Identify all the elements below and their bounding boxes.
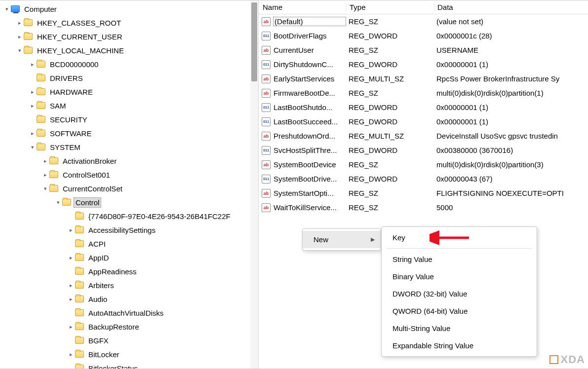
value-row[interactable]: abCurrentUserREG_SZUSERNAME: [259, 43, 588, 57]
chevron-right-icon[interactable]: [67, 227, 75, 233]
value-row[interactable]: abWaitToKillService...REG_SZ5000: [259, 200, 588, 215]
tree-node[interactable]: BackupRestore: [0, 320, 258, 333]
value-row[interactable]: 011LastBootShutdo...REG_DWORD0x00000001 …: [259, 100, 588, 114]
chevron-down-icon[interactable]: [54, 199, 62, 206]
chevron-right-icon[interactable]: [16, 34, 24, 40]
menu-item-new[interactable]: New ▶: [303, 231, 381, 248]
chevron-right-icon[interactable]: [67, 324, 75, 330]
header-data[interactable]: Data: [434, 3, 588, 11]
tree-node-label: {7746D80F-97E0-4E26-9543-26B41FC22F: [87, 212, 232, 221]
value-type: REG_DWORD: [346, 175, 433, 183]
value-row[interactable]: abSystemBootDeviceREG_SZmulti(0)disk(0)r…: [259, 157, 588, 172]
menu-item-multistring-label: Multi-String Value: [392, 324, 450, 332]
tree-node[interactable]: BCD00000000: [0, 57, 258, 71]
chevron-right-icon[interactable]: [67, 351, 75, 358]
tree-node[interactable]: HKEY_CURRENT_USER: [0, 30, 258, 43]
string-value-icon: ab: [262, 203, 271, 212]
tree-node[interactable]: BGFX: [0, 333, 258, 347]
menu-item-string-label: String Value: [392, 255, 432, 263]
folder-icon: [62, 199, 71, 206]
menu-item-multistring[interactable]: Multi-String Value: [382, 320, 537, 337]
folder-icon: [75, 295, 84, 302]
folder-icon: [75, 351, 84, 358]
value-row[interactable]: ab(Default)REG_SZ(value not set): [259, 14, 588, 29]
tree-node[interactable]: DRIVERS: [0, 71, 258, 85]
value-row[interactable]: abSystemStartOpti...REG_SZ FLIGHTSIGNING…: [259, 186, 588, 200]
chevron-down-icon[interactable]: [16, 47, 24, 54]
tree-node[interactable]: BitlockerStatus: [0, 361, 258, 369]
chevron-down-icon[interactable]: [41, 185, 49, 192]
menu-item-expandstring[interactable]: Expandable String Value: [382, 337, 537, 354]
tree-node[interactable]: Control: [0, 195, 258, 209]
header-type[interactable]: Type: [347, 3, 434, 11]
tree-node[interactable]: CurrentControlSet: [0, 182, 258, 195]
value-row[interactable]: 011BootDriverFlagsREG_DWORD0x0000001c (2…: [259, 29, 588, 43]
tree-node[interactable]: Computer: [0, 2, 258, 16]
chevron-right-icon[interactable]: [67, 255, 75, 261]
tree-node[interactable]: Arbiters: [0, 278, 258, 292]
tree-node[interactable]: ActivationBroker: [0, 154, 258, 168]
tree-node[interactable]: BitLocker: [0, 347, 258, 361]
tree-node[interactable]: AppReadiness: [0, 264, 258, 278]
menu-item-key[interactable]: Key: [382, 229, 537, 246]
chevron-right-icon[interactable]: [67, 282, 75, 289]
tree-node[interactable]: HARDWARE: [0, 85, 258, 99]
tree-node-label: Control: [74, 198, 101, 207]
tree-node[interactable]: ACPI: [0, 237, 258, 251]
tree-node[interactable]: HKEY_CLASSES_ROOT: [0, 16, 258, 30]
value-row[interactable]: 011SystemBootDrive...REG_DWORD0x00000043…: [259, 172, 588, 186]
value-row[interactable]: 011SvcHostSplitThre...REG_DWORD0x0038000…: [259, 143, 588, 157]
tree-node[interactable]: SYSTEM: [0, 140, 258, 154]
value-row[interactable]: abPreshutdownOrd...REG_MULTI_SZDeviceIns…: [259, 129, 588, 143]
tree-node[interactable]: SAM: [0, 99, 258, 112]
value-data: 0x00000001 (1): [433, 60, 588, 69]
tree-node[interactable]: {7746D80F-97E0-4E26-9543-26B41FC22F: [0, 209, 258, 223]
tree-node[interactable]: AppID: [0, 251, 258, 264]
menu-item-qword[interactable]: QWORD (64-bit) Value: [382, 302, 537, 320]
tree-node[interactable]: ControlSet001: [0, 168, 258, 182]
value-row[interactable]: 011LastBootSucceed...REG_DWORD0x00000001…: [259, 114, 588, 129]
value-data: 0x00000001 (1): [433, 117, 588, 126]
chevron-right-icon[interactable]: [29, 89, 37, 95]
tree-node-label: ActivationBroker: [61, 156, 118, 166]
value-name: LastBootShutdo...: [274, 103, 346, 111]
chevron-right-icon[interactable]: [29, 103, 37, 109]
tree-node[interactable]: SOFTWARE: [0, 126, 258, 140]
chevron-down-icon[interactable]: [29, 144, 37, 150]
value-name: SystemStartOpti...: [274, 189, 346, 197]
value-name: WaitToKillService...: [274, 203, 346, 212]
tree-node[interactable]: AccessibilitySettings: [0, 223, 258, 237]
value-name: SystemBootDrive...: [274, 175, 346, 183]
chevron-right-icon[interactable]: [67, 296, 75, 302]
tree-scrollbar-thumb[interactable]: [251, 2, 257, 81]
chevron-right-icon[interactable]: [29, 130, 37, 137]
menu-item-binary[interactable]: Binary Value: [382, 268, 537, 285]
tree-node-label: SAM: [48, 101, 68, 111]
tree-node[interactable]: SECURITY: [0, 112, 258, 126]
value-data: 0x00380000 (3670016): [433, 146, 588, 154]
menu-item-expandstring-label: Expandable String Value: [392, 341, 473, 350]
tree-node[interactable]: HKEY_LOCAL_MACHINE: [0, 43, 258, 57]
value-type: REG_SZ: [346, 17, 433, 26]
tree-node-label: Arbiters: [87, 281, 116, 290]
header-name[interactable]: Name: [259, 3, 347, 11]
menu-item-dword[interactable]: DWORD (32-bit) Value: [382, 285, 537, 302]
chevron-down-icon[interactable]: [3, 6, 11, 12]
value-type: REG_SZ: [346, 160, 433, 169]
value-row[interactable]: abFirmwareBootDe...REG_SZmulti(0)disk(0)…: [259, 86, 588, 100]
value-data: USERNAME: [433, 46, 588, 54]
tree-node[interactable]: AutoAttachVirtualDisks: [0, 306, 258, 320]
chevron-right-icon[interactable]: [41, 158, 49, 164]
tree-scrollbar[interactable]: [250, 0, 258, 369]
chevron-right-icon[interactable]: [29, 61, 37, 68]
tree-node-label: SYSTEM: [48, 143, 82, 152]
tree-node-label: DRIVERS: [48, 74, 84, 83]
menu-item-string[interactable]: String Value: [382, 251, 537, 268]
folder-icon: [75, 268, 84, 275]
tree-node[interactable]: Audio: [0, 292, 258, 306]
value-row[interactable]: 011DirtyShutdownC...REG_DWORD0x00000001 …: [259, 57, 588, 72]
value-type: REG_DWORD: [346, 103, 433, 111]
chevron-right-icon[interactable]: [41, 172, 49, 178]
value-row[interactable]: abEarlyStartServicesREG_MULTI_SZRpcSs Po…: [259, 72, 588, 86]
chevron-right-icon[interactable]: [16, 20, 24, 26]
